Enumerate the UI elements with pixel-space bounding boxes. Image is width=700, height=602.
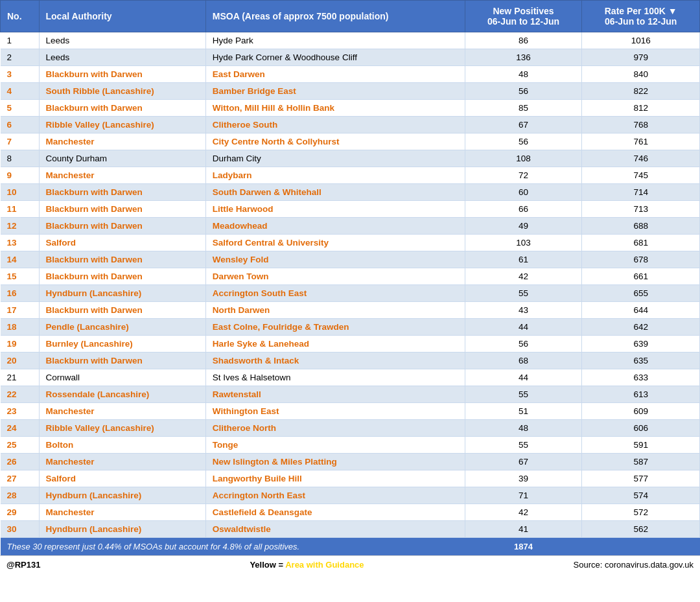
- cell-np: 56: [465, 336, 582, 353]
- cell-no: 17: [1, 302, 40, 319]
- cell-np: 108: [465, 150, 582, 167]
- table-row: 21CornwallSt Ives & Halsetown44633: [1, 369, 700, 386]
- cell-np: 56: [465, 133, 582, 150]
- cell-no: 23: [1, 403, 40, 420]
- cell-rate: 979: [582, 49, 700, 66]
- cell-msoa: Oswaldtwistle: [205, 521, 465, 538]
- cell-np: 49: [465, 218, 582, 235]
- table-row: 10Blackburn with DarwenSouth Darwen & Wh…: [1, 184, 700, 201]
- cell-msoa: Langworthy Buile Hill: [205, 470, 465, 487]
- cell-msoa: South Darwen & Whitehall: [205, 184, 465, 201]
- table-row: 1LeedsHyde Park861016: [1, 32, 700, 49]
- cell-np: 51: [465, 403, 582, 420]
- cell-no: 30: [1, 521, 40, 538]
- cell-la: Rossendale (Lancashire): [39, 386, 205, 403]
- cell-rate: 746: [582, 150, 700, 167]
- cell-msoa: Clitheroe North: [205, 420, 465, 437]
- source-text: Source: coronavirus.data.gov.uk: [574, 560, 694, 570]
- cell-no: 2: [1, 49, 40, 66]
- cell-no: 26: [1, 454, 40, 470]
- yellow-label: Yellow = Area with Guidance: [250, 560, 364, 570]
- cell-no: 3: [1, 66, 40, 83]
- cell-msoa: Little Harwood: [205, 201, 465, 218]
- cell-np: 42: [465, 268, 582, 285]
- table-row: 4South Ribble (Lancashire)Bamber Bridge …: [1, 83, 700, 100]
- cell-np: 136: [465, 49, 582, 66]
- table-row: 15Blackburn with DarwenDarwen Town42661: [1, 268, 700, 285]
- cell-no: 18: [1, 319, 40, 336]
- cell-msoa: Castlefield & Deansgate: [205, 504, 465, 521]
- cell-np: 48: [465, 66, 582, 83]
- cell-no: 9: [1, 167, 40, 184]
- cell-rate: 678: [582, 251, 700, 268]
- table-row: 9ManchesterLadybarn72745: [1, 167, 700, 184]
- cell-no: 4: [1, 83, 40, 100]
- cell-no: 15: [1, 268, 40, 285]
- cell-no: 28: [1, 487, 40, 504]
- cell-la: Blackburn with Darwen: [39, 218, 205, 235]
- cell-msoa: East Colne, Foulridge & Trawden: [205, 319, 465, 336]
- footer-row: These 30 represent just 0.44% of MSOAs b…: [1, 538, 700, 556]
- cell-np: 42: [465, 504, 582, 521]
- table-row: 5Blackburn with DarwenWitton, Mill Hill …: [1, 100, 700, 117]
- cell-np: 60: [465, 184, 582, 201]
- cell-la: Ribble Valley (Lancashire): [39, 420, 205, 437]
- table-row: 12Blackburn with DarwenMeadowhead49688: [1, 218, 700, 235]
- cell-msoa: Bamber Bridge East: [205, 83, 465, 100]
- cell-np: 72: [465, 167, 582, 184]
- cell-no: 7: [1, 133, 40, 150]
- cell-la: Manchester: [39, 504, 205, 521]
- cell-rate: 572: [582, 504, 700, 521]
- cell-rate: 713: [582, 201, 700, 218]
- col-rate: Rate Per 100K ▼ 06-Jun to 12-Jun: [582, 1, 700, 32]
- cell-la: Hyndburn (Lancashire): [39, 521, 205, 538]
- cell-rate: 606: [582, 420, 700, 437]
- cell-np: 48: [465, 420, 582, 437]
- col-no: No.: [1, 1, 40, 32]
- cell-rate: 587: [582, 454, 700, 470]
- table-row: 17Blackburn with DarwenNorth Darwen43644: [1, 302, 700, 319]
- cell-msoa: Shadsworth & Intack: [205, 353, 465, 369]
- cell-no: 16: [1, 285, 40, 302]
- cell-rate: 661: [582, 268, 700, 285]
- cell-la: Blackburn with Darwen: [39, 201, 205, 218]
- cell-msoa: Witton, Mill Hill & Hollin Bank: [205, 100, 465, 117]
- cell-la: Blackburn with Darwen: [39, 302, 205, 319]
- cell-la: Hyndburn (Lancashire): [39, 285, 205, 302]
- yellow-area-label: Area with Guidance: [285, 560, 364, 570]
- cell-no: 10: [1, 184, 40, 201]
- cell-la: Burnley (Lancashire): [39, 336, 205, 353]
- cell-rate: 574: [582, 487, 700, 504]
- cell-np: 61: [465, 251, 582, 268]
- table-row: 6Ribble Valley (Lancashire)Clitheroe Sou…: [1, 117, 700, 133]
- cell-rate: 681: [582, 235, 700, 251]
- cell-la: Manchester: [39, 133, 205, 150]
- table-header: No. Local Authority MSOA (Areas of appro…: [1, 1, 700, 32]
- cell-no: 14: [1, 251, 40, 268]
- cell-no: 25: [1, 437, 40, 454]
- cell-la: Hyndburn (Lancashire): [39, 487, 205, 504]
- cell-rate: 562: [582, 521, 700, 538]
- cell-no: 12: [1, 218, 40, 235]
- cell-np: 55: [465, 437, 582, 454]
- cell-np: 41: [465, 521, 582, 538]
- table-row: 20Blackburn with DarwenShadsworth & Inta…: [1, 353, 700, 369]
- table-row: 2LeedsHyde Park Corner & Woodhouse Cliff…: [1, 49, 700, 66]
- cell-no: 8: [1, 150, 40, 167]
- cell-rate: 635: [582, 353, 700, 369]
- cell-la: Bolton: [39, 437, 205, 454]
- cell-no: 20: [1, 353, 40, 369]
- cell-msoa: City Centre North & Collyhurst: [205, 133, 465, 150]
- table-row: 13SalfordSalford Central & University103…: [1, 235, 700, 251]
- col-new-positives: New Positives 06-Jun to 12-Jun: [465, 1, 582, 32]
- footer-note: These 30 represent just 0.44% of MSOAs b…: [1, 538, 465, 556]
- table-row: 23ManchesterWithington East51609: [1, 403, 700, 420]
- table-row: 19Burnley (Lancashire)Harle Syke & Laneh…: [1, 336, 700, 353]
- cell-msoa: Tonge: [205, 437, 465, 454]
- cell-rate: 639: [582, 336, 700, 353]
- table-row: 11Blackburn with DarwenLittle Harwood667…: [1, 201, 700, 218]
- col-local-authority: Local Authority: [39, 1, 205, 32]
- table-row: 3Blackburn with DarwenEast Darwen48840: [1, 66, 700, 83]
- cell-np: 66: [465, 201, 582, 218]
- cell-la: Blackburn with Darwen: [39, 66, 205, 83]
